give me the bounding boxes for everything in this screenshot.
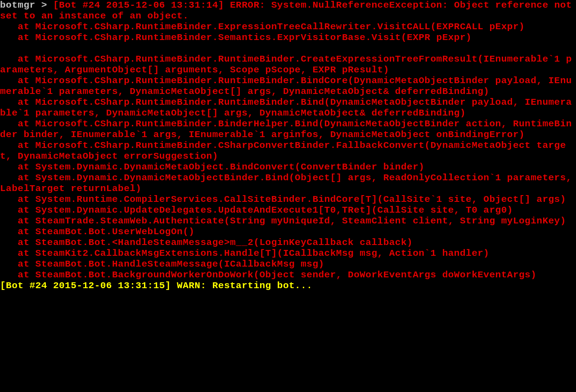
stack-frame: at Microsoft.CSharp.RuntimeBinder.Runtim…	[0, 76, 572, 97]
stack-frame: at System.Dynamic.DynamicMetaObject.Bind…	[0, 162, 424, 172]
stack-frame: at SteamTrade.SteamWeb.Authenticate(Stri…	[0, 216, 566, 226]
stack-frame: at Microsoft.CSharp.RuntimeBinder.Semant…	[0, 32, 472, 43]
stack-frame: at Microsoft.CSharp.RuntimeBinder.Runtim…	[0, 97, 572, 118]
stack-frame: at System.Dynamic.DynamicMetaObjectBinde…	[0, 173, 576, 194]
stack-frame: at Microsoft.CSharp.RuntimeBinder.Binder…	[0, 119, 572, 140]
stack-frame: at SteamBot.Bot.UserWebLogOn()	[0, 227, 194, 237]
stack-frame: at SteamBot.Bot.HandleSteamMessage(ICall…	[0, 259, 324, 269]
terminal-output[interactable]: botmgr > [Bot #24 2015-12-06 13:31:14] E…	[0, 0, 576, 291]
stack-frame: at Microsoft.CSharp.RuntimeBinder.CSharp…	[0, 140, 566, 161]
stack-frame: at SteamBot.Bot.BackgroundWorkerOnDoWork…	[0, 270, 536, 280]
stack-frame: at Microsoft.CSharp.RuntimeBinder.Expres…	[0, 22, 525, 32]
prompt-label: botmgr	[0, 0, 36, 10]
error-header: [Bot #24 2015-12-06 13:31:14] ERROR: Sys…	[0, 0, 576, 21]
stack-frame: at System.Runtime.CompilerServices.CallS…	[0, 194, 566, 205]
stack-frame: at Microsoft.CSharp.RuntimeBinder.Runtim…	[0, 54, 572, 75]
prompt-arrow: >	[41, 0, 47, 10]
warn-line: [Bot #24 2015-12-06 13:31:15] WARN: Rest…	[0, 281, 312, 291]
stack-frame: at System.Dynamic.UpdateDelegates.Update…	[0, 205, 513, 215]
stack-frame: at SteamBot.Bot.<HandleSteamMessage>m__2…	[0, 237, 413, 248]
stack-frame: at SteamKit2.CallbackMsgExtensions.Handl…	[0, 248, 489, 258]
